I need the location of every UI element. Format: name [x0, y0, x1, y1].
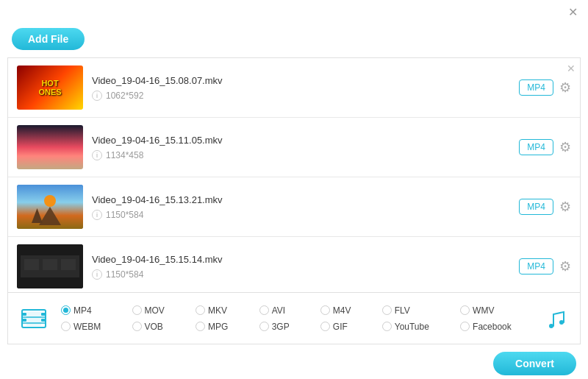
table-row: Video_19-04-16_15.13.21.mkv i 1150*584 M… — [8, 177, 580, 237]
thumbnail-svg — [17, 185, 83, 229]
info-icon[interactable]: i — [92, 269, 102, 280]
format-option[interactable]: WMV — [460, 305, 539, 316]
format-badge[interactable]: MP4 — [519, 199, 553, 215]
svg-point-1 — [44, 195, 56, 207]
format-label: MOV — [145, 305, 165, 316]
svg-point-17 — [549, 324, 553, 328]
file-meta: i 1062*592 — [92, 91, 510, 101]
file-resolution: 1062*592 — [106, 91, 143, 101]
format-label: MP4 — [74, 305, 92, 316]
format-label: WEBM — [74, 322, 101, 332]
file-actions: MP4 ⚙ — [519, 79, 571, 96]
format-option[interactable]: VOB — [132, 322, 193, 332]
format-option[interactable]: MKV — [196, 305, 257, 316]
radio-button[interactable] — [196, 322, 205, 331]
item-close-button[interactable]: ✕ — [567, 63, 576, 74]
thumbnail-svg — [17, 244, 83, 288]
radio-button[interactable] — [259, 322, 269, 331]
file-name: Video_19-04-16_15.13.21.mkv — [92, 194, 510, 205]
gear-icon[interactable]: ⚙ — [559, 79, 571, 96]
file-resolution: 1150*584 — [106, 210, 143, 220]
format-label: YouTube — [395, 322, 429, 332]
film-icon-container — [15, 300, 52, 337]
format-option[interactable]: MP4 — [61, 305, 129, 316]
format-badge[interactable]: MP4 — [519, 79, 553, 96]
add-file-button[interactable]: Add File — [12, 28, 85, 50]
file-list: HOTONES Video_19-04-16_15.08.07.mkv i 10… — [7, 57, 581, 293]
format-option[interactable]: YouTube — [382, 322, 457, 332]
file-info: Video_19-04-16_15.08.07.mkv i 1062*592 — [83, 75, 519, 101]
file-info: Video_19-04-16_15.13.21.mkv i 1150*584 — [83, 194, 519, 220]
format-option[interactable]: M4V — [320, 305, 379, 316]
info-icon[interactable]: i — [92, 210, 102, 220]
title-bar: ✕ — [0, 0, 588, 25]
file-info: Video_19-04-16_15.11.05.mkv i 1134*458 — [83, 135, 519, 160]
convert-button[interactable]: Convert — [493, 352, 576, 375]
format-label: Facebook — [473, 322, 512, 332]
format-option[interactable]: AVI — [259, 305, 318, 316]
radio-button[interactable] — [196, 305, 205, 315]
format-badge[interactable]: MP4 — [519, 139, 553, 155]
format-option[interactable]: 3GP — [259, 322, 318, 332]
svg-rect-13 — [41, 319, 46, 322]
radio-button[interactable] — [132, 305, 142, 315]
format-label: MKV — [208, 305, 227, 316]
thumbnail — [17, 244, 83, 288]
radio-button[interactable] — [132, 322, 142, 331]
format-label: WMV — [473, 305, 494, 316]
info-icon[interactable]: i — [92, 150, 102, 160]
gear-icon[interactable]: ⚙ — [559, 258, 571, 274]
svg-rect-12 — [41, 313, 46, 316]
gear-icon[interactable]: ⚙ — [559, 199, 571, 215]
svg-rect-10 — [22, 319, 26, 322]
file-actions: MP4 ⚙ — [519, 199, 571, 215]
format-options-grid: MP4 MOV MKV AVI M4V FLV WMV WEBM VOB MPG… — [61, 305, 539, 332]
thumbnail — [17, 185, 83, 229]
format-option[interactable]: MPG — [196, 322, 257, 332]
format-label: M4V — [333, 305, 351, 316]
info-icon[interactable]: i — [92, 91, 102, 101]
file-actions: MP4 ⚙ — [519, 258, 571, 274]
thumbnail: HOTONES — [17, 65, 83, 110]
table-row: Video_19-04-16_15.15.14.mkv i 1150*584 M… — [8, 237, 580, 293]
radio-button[interactable] — [382, 322, 392, 331]
format-badge[interactable]: MP4 — [519, 258, 553, 274]
file-meta: i 1150*584 — [92, 269, 510, 280]
music-icon-container — [539, 305, 573, 332]
svg-point-18 — [559, 320, 564, 325]
file-resolution: 1150*584 — [106, 269, 143, 280]
radio-button[interactable] — [460, 322, 470, 331]
format-option[interactable]: MOV — [132, 305, 193, 316]
file-resolution: 1134*458 — [106, 150, 143, 160]
format-option[interactable]: WEBM — [61, 322, 129, 332]
radio-button[interactable] — [61, 305, 71, 315]
table-row: HOTONES Video_19-04-16_15.08.07.mkv i 10… — [8, 58, 580, 118]
radio-button[interactable] — [460, 305, 470, 315]
window-close-button[interactable]: ✕ — [566, 6, 579, 19]
svg-rect-9 — [22, 313, 26, 316]
radio-button[interactable] — [320, 305, 330, 315]
file-name: Video_19-04-16_15.11.05.mkv — [92, 135, 510, 146]
radio-button[interactable] — [382, 305, 392, 315]
file-meta: i 1150*584 — [92, 210, 510, 220]
format-option[interactable]: FLV — [382, 305, 457, 316]
radio-button[interactable] — [61, 322, 71, 331]
format-label: VOB — [145, 322, 163, 332]
radio-button[interactable] — [259, 305, 269, 315]
file-info: Video_19-04-16_15.15.14.mkv i 1150*584 — [83, 254, 519, 280]
format-option[interactable]: Facebook — [460, 322, 539, 332]
file-actions: MP4 ⚙ — [519, 139, 571, 155]
table-row: Video_19-04-16_15.11.05.mkv i 1134*458 M… — [8, 118, 580, 177]
file-meta: i 1134*458 — [92, 150, 510, 160]
svg-rect-7 — [61, 259, 76, 270]
format-label: 3GP — [272, 322, 290, 332]
format-label: FLV — [395, 305, 410, 316]
format-label: AVI — [272, 305, 285, 316]
svg-rect-5 — [24, 259, 39, 270]
radio-button[interactable] — [320, 322, 330, 331]
thumbnail — [17, 125, 83, 169]
format-option[interactable]: GIF — [320, 322, 379, 332]
gear-icon[interactable]: ⚙ — [559, 139, 571, 155]
svg-rect-14 — [26, 311, 41, 326]
music-icon — [543, 305, 570, 332]
